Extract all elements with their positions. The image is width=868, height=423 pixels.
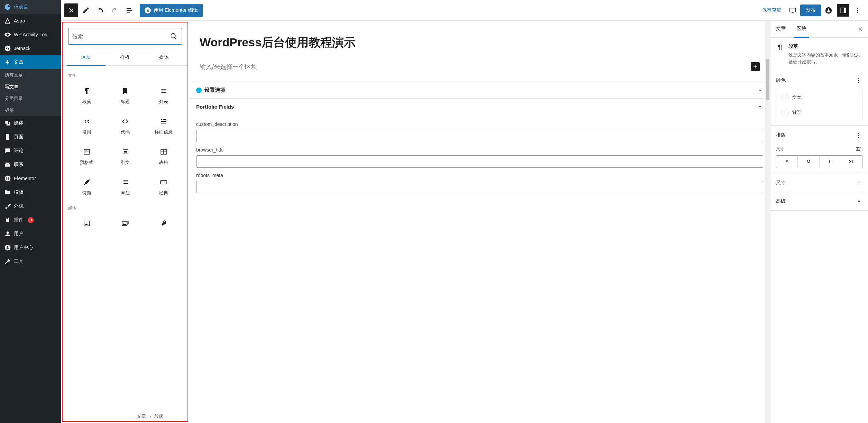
custom-description-input[interactable] [196, 130, 763, 142]
typography-options-button[interactable] [854, 131, 862, 139]
block-classic[interactable]: 经典 [145, 172, 182, 201]
eye-icon [4, 31, 11, 38]
block-image[interactable] [68, 213, 105, 236]
scrollbar-thumb[interactable] [766, 59, 769, 100]
sidebar-item-pages[interactable]: 页面 [0, 130, 61, 144]
advanced-panel-header[interactable]: 高级 [770, 192, 868, 210]
sidebar-item-activity-log[interactable]: WP Activity Log [0, 28, 61, 42]
elementor-edit-button[interactable]: E使用 Elementor 编辑 [140, 4, 203, 17]
block-search-input[interactable] [73, 34, 170, 39]
sidebar-item-users[interactable]: 用户 [0, 227, 61, 241]
svg-point-9 [857, 12, 858, 13]
toggle-inserter-button[interactable] [64, 3, 78, 17]
image-icon [83, 219, 91, 228]
canvas-scrollbar[interactable] [765, 21, 770, 423]
block-code[interactable]: 代码 [107, 111, 144, 140]
color-panel-header[interactable]: 颜色 [770, 71, 868, 90]
metabox-body: custom_description browser_title robots_… [189, 114, 770, 200]
svg-point-19 [858, 135, 859, 136]
tab-blocks[interactable]: 区块 [67, 50, 106, 65]
block-quote[interactable]: 引用 [68, 111, 105, 140]
color-swatch-icon [781, 94, 789, 101]
sidebar-item-comments[interactable]: 评论 [0, 144, 61, 158]
svg-point-8 [857, 10, 858, 11]
sidebar-item-elementor[interactable]: Elementor [0, 172, 61, 185]
svg-rect-6 [844, 8, 846, 13]
block-footnotes[interactable]: 脚注 [107, 172, 144, 201]
size-s-button[interactable]: S [776, 156, 798, 168]
tab-block-settings[interactable]: 区块 [791, 21, 812, 37]
tab-media[interactable]: 媒体 [145, 50, 183, 65]
dimensions-panel-header[interactable]: 尺寸 [770, 174, 868, 192]
block-preformatted[interactable]: 预格式 [68, 141, 105, 171]
panel-title: 排版 [776, 132, 786, 138]
gallery-icon [121, 219, 129, 228]
typography-panel-header[interactable]: 排版 [770, 126, 868, 145]
sidebar-item-contact[interactable]: 联系 [0, 158, 61, 172]
custom-size-toggle[interactable] [854, 145, 862, 153]
block-gallery[interactable] [107, 213, 144, 236]
panel-title: 尺寸 [776, 180, 786, 186]
block-heading[interactable]: 标题 [107, 81, 144, 110]
block-list[interactable]: 列表 [145, 81, 182, 110]
block-table[interactable]: 表格 [145, 141, 182, 171]
sidebar-item-jetpack[interactable]: Jetpack [0, 42, 61, 55]
block-pullquote[interactable]: 引文 [107, 141, 144, 171]
sidebar-label: 工具 [14, 258, 24, 265]
subitem-all-posts[interactable]: 所有文章 [0, 69, 61, 81]
options-menu-button[interactable] [851, 4, 864, 17]
redo-button[interactable] [108, 3, 122, 17]
metabox-portfolio-header[interactable]: Portfolio Fields [189, 99, 770, 114]
sidebar-item-appearance[interactable]: 外观 [0, 199, 61, 213]
svg-rect-12 [161, 181, 167, 184]
size-xl-button[interactable]: XL [841, 156, 862, 168]
breadcrumb-item-post[interactable]: 文章 [137, 413, 146, 420]
sidebar-item-posts[interactable]: 文章 [0, 55, 61, 69]
background-color-button[interactable]: 背景 [776, 105, 862, 120]
sidebar-item-tools[interactable]: 工具 [0, 255, 61, 268]
save-draft-button[interactable]: 保存草稿 [759, 7, 785, 13]
post-title[interactable]: WordPress后台使用教程演示 [200, 35, 760, 50]
sidebar-item-dashboard[interactable]: 仪表盘 [0, 0, 61, 14]
add-block-button[interactable] [751, 62, 760, 71]
subitem-categories[interactable]: 分类目录 [0, 93, 61, 104]
edit-mode-button[interactable] [79, 3, 93, 17]
chevron-down-icon [856, 198, 862, 205]
sidebar-item-media[interactable]: 媒体 [0, 116, 61, 130]
metabox-settings-header[interactable]: 设置选项 [189, 82, 770, 98]
block-details[interactable]: 详细信息 [145, 111, 182, 140]
field-label-robots-meta: robots_meta [196, 173, 763, 178]
sidebar-item-plugins[interactable]: 插件9 [0, 213, 61, 227]
size-l-button[interactable]: L [820, 156, 841, 168]
block-appender[interactable]: 输入/来选择一个区块 [189, 61, 770, 82]
settings-sidebar-toggle-button[interactable] [837, 4, 849, 17]
editor-canvas: WordPress后台使用教程演示 输入/来选择一个区块 设置选项 [189, 21, 770, 423]
tab-post-settings[interactable]: 文章 [770, 21, 791, 37]
subitem-tags[interactable]: 标签 [0, 104, 61, 116]
block-audio[interactable] [145, 213, 182, 236]
comment-icon [4, 147, 11, 154]
block-verse[interactable]: 诗篇 [68, 172, 105, 201]
block-paragraph[interactable]: 段落 [68, 81, 105, 110]
inserter-tabs: 区块 样板 媒体 [63, 50, 188, 66]
astra-settings-button[interactable] [822, 4, 835, 17]
size-m-button[interactable]: M [798, 156, 819, 168]
browser-title-input[interactable] [196, 155, 763, 168]
sidebar-item-astra[interactable]: Astra [0, 14, 61, 28]
tab-patterns[interactable]: 样板 [106, 50, 144, 65]
color-options-button[interactable] [854, 76, 862, 84]
close-settings-button[interactable] [855, 24, 866, 35]
document-overview-button[interactable] [122, 3, 136, 17]
undo-button[interactable] [93, 3, 107, 17]
text-color-button[interactable]: 文本 [776, 90, 862, 105]
breadcrumb-item-paragraph[interactable]: 段落 [154, 413, 163, 420]
robots-meta-input[interactable] [196, 181, 763, 193]
sidebar-label: 文章 [14, 59, 24, 65]
preview-button[interactable] [786, 4, 799, 17]
subitem-new-post[interactable]: 写文章 [0, 81, 61, 93]
block-search-box[interactable] [68, 28, 182, 45]
sidebar-item-user-center[interactable]: 用户中心 [0, 241, 61, 255]
list-icon [159, 87, 168, 95]
sidebar-item-templates[interactable]: 模板 [0, 185, 61, 199]
publish-button[interactable]: 发布 [800, 4, 821, 16]
